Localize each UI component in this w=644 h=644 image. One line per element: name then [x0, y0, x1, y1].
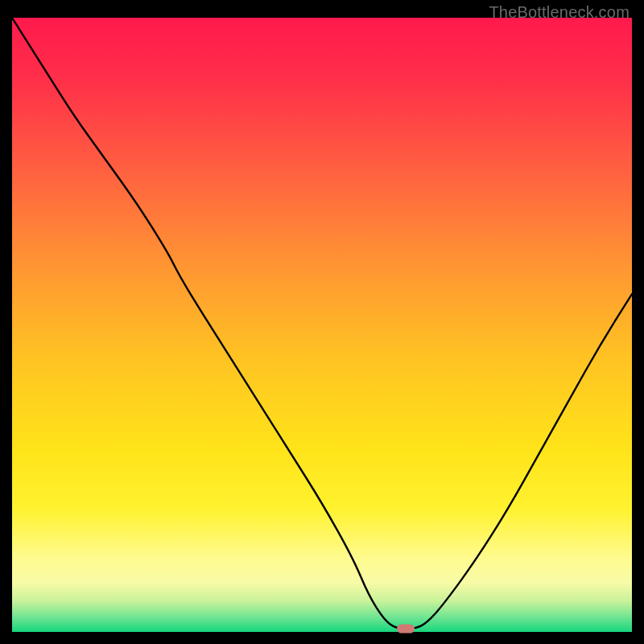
bottleneck-curve	[12, 18, 632, 632]
watermark-text: TheBottleneck.com	[489, 3, 630, 22]
plot-frame	[12, 18, 632, 632]
optimal-marker	[397, 625, 415, 634]
